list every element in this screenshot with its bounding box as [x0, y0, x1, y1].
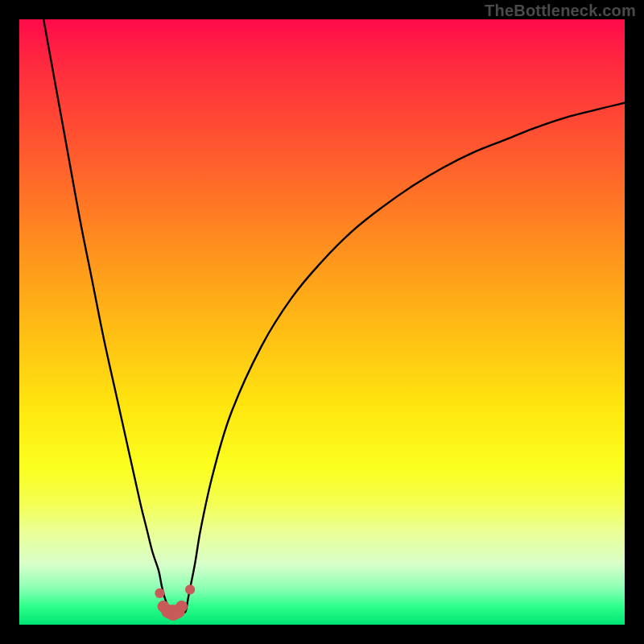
curve-right-rising-curve: [183, 103, 625, 613]
trough-marker-group: [155, 584, 195, 621]
curve-left-falling-curve: [43, 19, 176, 613]
line-series-group: [43, 19, 625, 613]
chart-frame: TheBottleneck.com: [0, 0, 644, 644]
watermark-text: TheBottleneck.com: [485, 2, 636, 20]
plot-area: [19, 19, 625, 625]
trough-marker: [155, 588, 164, 598]
trough-marker: [185, 584, 195, 594]
trough-marker: [175, 601, 188, 613]
chart-svg: [19, 19, 625, 625]
